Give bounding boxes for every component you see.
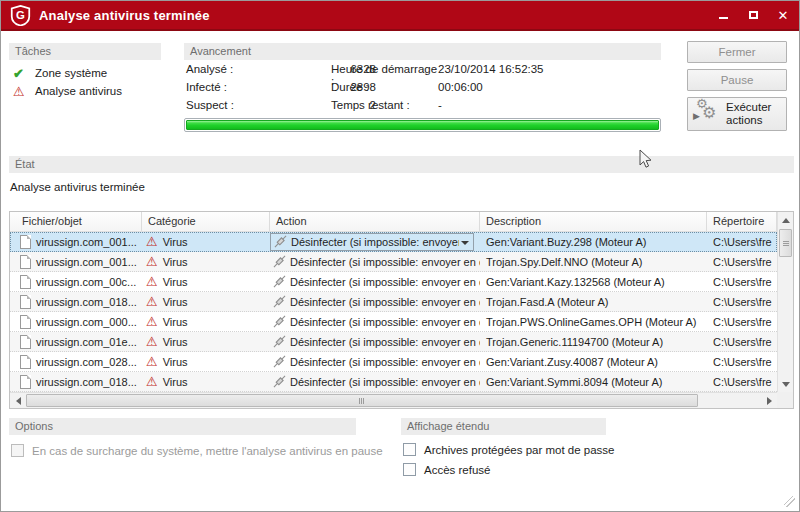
column-header-3[interactable]: Description xyxy=(480,212,707,231)
category-label: Virus xyxy=(163,356,188,368)
category-label: Virus xyxy=(163,256,188,268)
description-cell: Trojan.Spy.Delf.NNO (Moteur A) xyxy=(480,252,707,272)
action-label: Désinfecter (si impossible: envoyer en q… xyxy=(290,276,480,288)
password-archives-checkbox[interactable] xyxy=(403,443,416,456)
action-cell: Désinfecter (si impossible: envoyer en q… xyxy=(270,292,480,312)
category-label: Virus xyxy=(163,316,188,328)
table-row[interactable]: virussign.com_001...⚠VirusDésinfecter (s… xyxy=(10,232,777,252)
category-label: Virus xyxy=(163,296,188,308)
category-cell: ⚠Virus xyxy=(142,252,270,272)
column-header-2[interactable]: Action xyxy=(270,212,480,231)
directory-cell: C:\Users\fre xyxy=(707,292,777,312)
scroll-down-icon[interactable] xyxy=(778,376,794,392)
task-item[interactable]: ✔Zone système xyxy=(13,64,173,82)
pause-on-load-label: En cas de surcharge du système, mettre l… xyxy=(32,445,383,457)
file-icon xyxy=(20,375,31,389)
password-archives-checkbox-row: Archives protégées par mot de passe xyxy=(403,443,615,456)
minimize-button[interactable] xyxy=(715,7,731,23)
virus-warning-icon: ⚠ xyxy=(146,374,158,389)
maximize-button[interactable] xyxy=(745,7,761,23)
file-name: virussign.com_000... xyxy=(36,316,137,328)
description-cell: Gen:Variant.Zusy.40087 (Moteur A) xyxy=(480,352,707,372)
column-header-4[interactable]: Répertoire xyxy=(707,212,777,231)
scroll-left-icon[interactable] xyxy=(10,393,26,409)
table-row[interactable]: virussign.com_00c...⚠VirusDésinfecter (s… xyxy=(10,272,777,292)
close-icon[interactable]: ✕ xyxy=(775,7,791,23)
stat-label: Suspect : xyxy=(186,99,281,117)
file-icon xyxy=(20,235,31,249)
vertical-scroll-thumb[interactable] xyxy=(779,229,792,257)
access-denied-checkbox-row: Accès refusé xyxy=(403,463,490,476)
execute-actions-button[interactable]: ⚙ ⚙ ▶ Exécuter actions xyxy=(687,97,787,131)
close-scan-button[interactable]: Fermer xyxy=(687,41,787,63)
file-cell: virussign.com_001... xyxy=(10,232,142,252)
file-name: virussign.com_028... xyxy=(36,356,137,368)
stat-label: Infecté : xyxy=(186,81,281,99)
access-denied-label: Accès refusé xyxy=(424,464,490,476)
scroll-right-icon[interactable] xyxy=(761,393,777,409)
action-cell: Désinfecter (si impossible: envoyer en q… xyxy=(270,332,480,352)
category-label: Virus xyxy=(163,336,188,348)
virus-warning-icon: ⚠ xyxy=(146,294,158,309)
table-row[interactable]: virussign.com_000...⚠VirusDésinfecter (s… xyxy=(10,312,777,332)
category-cell: ⚠Virus xyxy=(142,312,270,332)
state-section-header: État xyxy=(9,156,794,173)
file-name: virussign.com_001... xyxy=(36,256,137,268)
stat-value: - xyxy=(438,99,442,117)
scroll-up-icon[interactable] xyxy=(778,212,794,228)
action-label: Désinfecter (si impossible: envoyer en q… xyxy=(290,256,480,268)
horizontal-scroll-thumb[interactable] xyxy=(26,394,698,407)
svg-text:G: G xyxy=(16,9,25,21)
description-cell: Gen:Variant.Symmi.8094 (Moteur A) xyxy=(480,372,707,392)
disinfect-syringe-icon xyxy=(273,255,286,268)
file-cell: virussign.com_028... xyxy=(10,352,142,372)
stat-value: 00:06:00 xyxy=(438,81,483,99)
description-cell: Gen:Variant.Kazy.132568 (Moteur A) xyxy=(480,272,707,292)
disinfect-syringe-icon xyxy=(273,355,286,368)
action-label: Désinfecter (si impossible: envoyer en q… xyxy=(290,376,480,388)
file-name: virussign.com_00c... xyxy=(36,276,136,288)
column-header-0[interactable]: Fichier/objet xyxy=(10,212,142,231)
gdata-logo-icon: G xyxy=(10,5,31,26)
disinfect-syringe-icon xyxy=(273,335,286,348)
description-cell: Trojan.Fasd.A (Moteur A) xyxy=(480,292,707,312)
vertical-scrollbar[interactable] xyxy=(777,212,793,392)
window-title: Analyse antivirus terminée xyxy=(39,8,210,23)
stat-value: 23/10/2014 16:52:35 xyxy=(438,63,544,81)
category-cell: ⚠Virus xyxy=(142,292,270,312)
task-item[interactable]: ⚠Analyse antivirus xyxy=(13,82,173,100)
table-row[interactable]: virussign.com_001...⚠VirusDésinfecter (s… xyxy=(10,252,777,272)
table-row[interactable]: virussign.com_01e...⚠VirusDésinfecter (s… xyxy=(10,332,777,352)
horizontal-scrollbar[interactable] xyxy=(10,392,777,408)
tasks-section-header: Tâches xyxy=(9,43,161,60)
category-label: Virus xyxy=(163,276,188,288)
action-cell: Désinfecter (si impossible: envoyer en q… xyxy=(270,272,480,292)
description-cell: Trojan.Generic.11194700 (Moteur A) xyxy=(480,332,707,352)
category-cell: ⚠Virus xyxy=(142,372,270,392)
file-icon xyxy=(20,315,31,329)
action-label: Désinfecter (si impossible: envoyer en q… xyxy=(290,356,480,368)
scan-status-message: Analyse antivirus terminée xyxy=(10,181,145,193)
table-row[interactable]: virussign.com_028...⚠VirusDésinfecter (s… xyxy=(10,352,777,372)
pause-button[interactable]: Pause xyxy=(687,69,787,91)
action-cell: Désinfecter (si impossible: envoyer en q… xyxy=(270,352,480,372)
warning-icon: ⚠ xyxy=(13,84,35,99)
stat-row: Durée :00:06:00 xyxy=(331,81,581,99)
resize-grip[interactable] xyxy=(784,496,795,507)
task-list: ✔Zone système⚠Analyse antivirus xyxy=(13,64,173,100)
table-row[interactable]: virussign.com_018...⚠VirusDésinfecter (s… xyxy=(10,372,777,392)
action-label: Désinfecter (si impossible: envoyer en q… xyxy=(290,336,480,348)
virus-warning-icon: ⚠ xyxy=(146,334,158,349)
action-dropdown[interactable]: Désinfecter (si impossible: envoyer en .… xyxy=(270,233,474,251)
options-section-header: Options xyxy=(9,418,356,435)
disinfect-syringe-icon xyxy=(273,295,286,308)
table-row[interactable]: virussign.com_018...⚠VirusDésinfecter (s… xyxy=(10,292,777,312)
directory-cell: C:\Users\fre xyxy=(707,272,777,292)
directory-cell: C:\Users\fre xyxy=(707,252,777,272)
access-denied-checkbox[interactable] xyxy=(403,463,416,476)
pause-on-load-checkbox[interactable] xyxy=(11,444,24,457)
column-header-1[interactable]: Catégorie xyxy=(142,212,270,231)
directory-cell: C:\Users\fre xyxy=(707,352,777,372)
check-icon: ✔ xyxy=(13,66,35,81)
execute-actions-label: Exécuter actions xyxy=(726,101,786,127)
